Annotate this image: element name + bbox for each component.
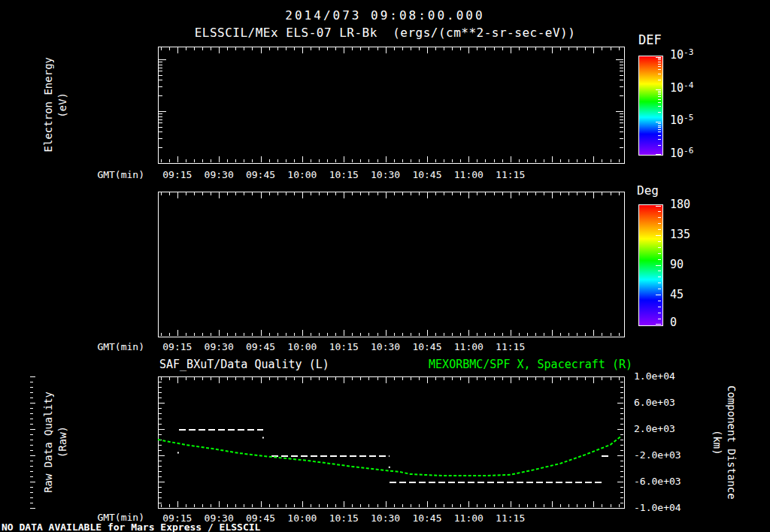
def-colorbar	[638, 56, 663, 156]
quality-series-title: SAF_BXuT/Data Quality (L)	[159, 358, 329, 370]
time-tick-label: 10:45	[408, 342, 446, 352]
time-tick-label: 11:15	[492, 170, 529, 180]
def-tick-label: 10-4	[670, 83, 693, 95]
time-tick-label: 10:30	[367, 342, 405, 352]
deg-tick-label: 0	[670, 317, 677, 328]
energy-axis-units: (eV)	[56, 92, 68, 118]
time-tick-label: 10:15	[325, 342, 362, 352]
time-tick-label: 11:00	[450, 170, 487, 180]
distance-tick-label: 1.0e+04	[634, 371, 675, 382]
time-tick-label: 10:15	[325, 513, 362, 524]
distance-tick-label: -6.0e+03	[634, 476, 681, 487]
time-tick-labels-row-1: 09:1509:3009:4510:0010:1510:3010:4511:00…	[0, 170, 770, 180]
deg-colorbar	[638, 204, 663, 326]
time-tick-label: 10:30	[367, 170, 405, 180]
time-tick-label: 10:00	[283, 170, 321, 180]
spacecraft-series-title: MEXORBMC/SPF X, Spacecraft (R)	[429, 358, 632, 370]
def-tick-label: 10-5	[670, 115, 693, 127]
deg-colorbar-title: Deg	[637, 184, 659, 198]
time-tick-label: 11:00	[450, 513, 487, 524]
time-tick-label: 09:30	[200, 342, 238, 352]
def-tick-label: 10-3	[670, 50, 693, 62]
distance-axis-title-text: Component Distance	[726, 385, 738, 500]
plot-window: { "header": { "title": "2014/073 09:08:0…	[0, 0, 770, 532]
distance-tick-label: -1.0e+04	[634, 503, 681, 513]
time-tick-label: 09:15	[159, 170, 196, 180]
time-tick-label: 11:15	[492, 342, 529, 352]
time-tick-label: 10:30	[367, 513, 405, 524]
time-tick-label: 09:45	[242, 170, 280, 180]
deg-tick-label: 90	[670, 259, 684, 270]
distance-axis-title: Component Distance (km)	[711, 376, 738, 508]
quality-axis-title-text: Raw Data Quality	[42, 391, 54, 493]
quality-axis-units: (Raw)	[56, 426, 68, 458]
time-tick-label: 10:00	[283, 513, 321, 524]
def-tick-label: 10-6	[670, 148, 693, 160]
energy-axis-title-text: Electron Energy	[42, 57, 54, 152]
distance-axis-units: (km)	[711, 430, 723, 455]
time-tick-label: 10:45	[408, 513, 446, 524]
quality-distance-panel	[158, 376, 624, 508]
time-tick-label: 10:00	[283, 342, 321, 352]
time-tick-label: 09:45	[242, 342, 280, 352]
deg-tick-label: 135	[670, 229, 690, 240]
time-tick-label: 10:45	[408, 170, 446, 180]
time-tick-label: 09:30	[200, 170, 238, 180]
energy-axis-title: Electron Energy (eV)	[42, 47, 68, 163]
distance-tick-label: -2.0e+03	[634, 450, 681, 461]
def-colorbar-title: DEF	[638, 33, 662, 47]
pitch-angle-panel	[158, 192, 624, 337]
energy-spectrogram-panel	[158, 47, 624, 163]
plot-title: 2014/073 09:08:00.000	[0, 8, 770, 23]
distance-tick-label: 6.0e+03	[634, 397, 675, 408]
distance-tick-label: 2.0e+03	[634, 424, 675, 434]
time-tick-label: 11:00	[450, 342, 487, 352]
no-data-message: NO DATA AVAILABLE for Mars Express / ELS…	[2, 522, 260, 532]
time-tick-label: 11:15	[492, 513, 529, 524]
deg-tick-label: 45	[670, 289, 684, 300]
time-tick-label: 09:15	[159, 342, 196, 352]
deg-tick-label: 180	[670, 199, 690, 210]
time-tick-label: 10:15	[325, 170, 362, 180]
quality-axis-title: Raw Data Quality (Raw)	[42, 376, 68, 508]
time-tick-labels-row-2: 09:1509:3009:4510:0010:1510:3010:4511:00…	[0, 342, 770, 352]
